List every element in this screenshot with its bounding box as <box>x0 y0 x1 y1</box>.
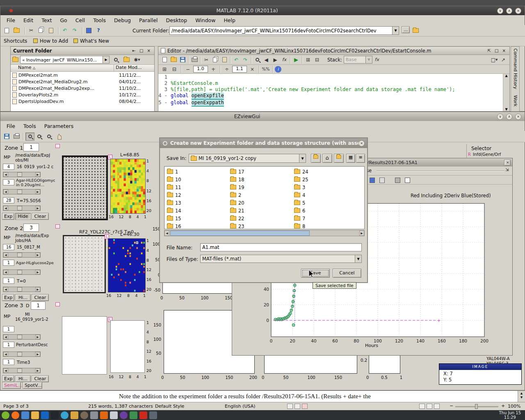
print-icon[interactable] <box>190 56 199 64</box>
up-folder-icon[interactable]: ▲ <box>411 26 420 34</box>
zone3-popout-icon[interactable] <box>55 302 60 306</box>
tab-workspace[interactable]: Work <box>513 95 518 107</box>
shortcut-how-to-add[interactable]: How to Add <box>40 38 68 44</box>
browser2-icon[interactable] <box>61 411 68 419</box>
cell-remove-icon[interactable]: ⊟ <box>313 56 322 64</box>
slider-track[interactable] <box>8 352 35 356</box>
scroll-down-icon[interactable]: ▼ <box>520 396 523 399</box>
file-row[interactable]: DpertsUploadDev.m08/04/2... <box>11 98 154 105</box>
zoom-out-icon[interactable]: − <box>45 132 54 141</box>
slider-track[interactable] <box>8 287 35 292</box>
folder-item[interactable]: 18 <box>230 176 292 183</box>
view-layout-icon-3[interactable] <box>434 404 440 409</box>
list-view-button[interactable]: ≡ <box>356 154 365 163</box>
zoom-out-control[interactable]: − <box>450 403 453 409</box>
open-folder-icon[interactable] <box>12 26 21 34</box>
zone3-field3-value[interactable]: 1 <box>3 359 14 365</box>
folder-item[interactable]: 15 <box>167 215 228 222</box>
help-red-icon[interactable] <box>139 411 147 419</box>
zone2-clear-button[interactable]: Clear <box>32 294 49 301</box>
plot-table-icon[interactable] <box>377 176 386 184</box>
slider-left-icon[interactable]: ◀ <box>3 253 8 257</box>
zone2-field3-value[interactable]: 1 <box>3 278 14 284</box>
view-layout-icon-1[interactable] <box>419 404 425 409</box>
file-row[interactable]: DMPexcel2mat_MediaDrug2exp...11/10/2... <box>11 85 154 91</box>
find-icon[interactable] <box>253 56 262 64</box>
slider-thumb[interactable] <box>17 335 22 339</box>
zoom-in-control[interactable]: + <box>501 403 505 409</box>
slider-track[interactable] <box>8 253 35 257</box>
dropdown-arrow-icon[interactable]: ▼ <box>392 27 399 34</box>
minimize-button[interactable]: ∨ <box>497 8 503 14</box>
pan-hand-icon[interactable] <box>55 132 64 141</box>
save-in-combo[interactable]: MI 16_0919_yor1-2 copy ▼ <box>189 154 306 163</box>
gear-icon[interactable]: ✱▼ <box>132 56 142 64</box>
current-folder-panel-header[interactable]: Current Folder ⇤ □ × <box>11 47 154 55</box>
file-name-input[interactable] <box>200 243 362 251</box>
new-file-icon[interactable] <box>2 26 11 34</box>
menu-edit[interactable]: Edit <box>20 16 37 24</box>
indent-plus-icon[interactable]: ⊞ <box>160 65 169 73</box>
dialog-titlebar[interactable]: Create new Experiment folder and data st… <box>160 138 367 148</box>
current-folder-input[interactable] <box>171 28 390 34</box>
slider-track[interactable] <box>8 270 35 274</box>
slider-right-icon[interactable]: ▶ <box>35 287 40 292</box>
status-icon-1[interactable] <box>287 404 293 409</box>
simulink-icon[interactable] <box>84 26 93 34</box>
gimp-icon[interactable] <box>80 411 88 419</box>
folder-item[interactable]: 2 <box>230 191 292 199</box>
run-icon[interactable]: ▶ <box>292 56 301 64</box>
search-icon[interactable] <box>111 56 120 64</box>
slider-left-icon[interactable]: ◀ <box>3 172 8 177</box>
menu-help[interactable]: Help <box>220 16 239 24</box>
slider-track[interactable] <box>8 335 35 339</box>
help-icon[interactable]: ? <box>94 26 103 34</box>
folder-item[interactable]: 6 <box>294 207 356 215</box>
slider-thumb[interactable] <box>17 172 22 177</box>
folder-item[interactable]: 14 <box>167 207 228 215</box>
zone2-slider-1[interactable]: ◀▶ <box>3 252 41 258</box>
code-area[interactable]: 12%EstartConsole.m3%[file,path] = uiputf… <box>158 74 503 111</box>
folder-item[interactable]: 13 <box>167 199 228 207</box>
slider-right-icon[interactable]: ▶ <box>35 368 40 373</box>
folder-item[interactable]: 19 <box>230 183 292 191</box>
zone1-exp-button[interactable]: Exp <box>2 213 14 220</box>
undo-icon[interactable]: ↶ <box>60 26 69 34</box>
menu-cell[interactable]: Cell <box>72 16 89 24</box>
file-manager-icon[interactable] <box>31 411 39 419</box>
save-icon[interactable] <box>2 132 11 141</box>
increase-icon[interactable]: + <box>209 65 218 73</box>
up-one-level-button[interactable] <box>311 154 321 163</box>
slider-thumb[interactable] <box>17 368 22 373</box>
back-icon[interactable]: ◀ <box>262 56 271 64</box>
value-field-1[interactable]: 1.0 <box>193 66 208 73</box>
zone2-slider-3[interactable]: ◀▶ <box>3 287 41 292</box>
doc2-icon[interactable] <box>110 411 118 419</box>
minimize-button[interactable]: ∨ <box>497 114 503 120</box>
layout-icon[interactable]: □▼ <box>490 56 499 64</box>
slider-right-icon[interactable]: ▶ <box>35 172 40 177</box>
info-icon[interactable]: i <box>275 66 281 73</box>
zone1-slider-2[interactable]: ◀▶ <box>3 189 41 194</box>
fx2-icon[interactable]: fx <box>372 56 381 64</box>
times-icon[interactable]: × <box>248 65 257 73</box>
menu-parallel[interactable]: Parallel <box>135 16 162 24</box>
zone1-clear-button[interactable]: Clear <box>32 213 49 220</box>
zone3-clear-button[interactable]: Clear <box>32 375 49 382</box>
zone2-exp-button[interactable]: Exp <box>2 294 14 301</box>
folder-item[interactable]: 21 <box>230 207 292 215</box>
zone2-popout-icon[interactable] <box>55 224 60 228</box>
save-button[interactable]: Save <box>301 269 330 278</box>
zone1-field2-value[interactable]: 3 <box>3 179 14 185</box>
slider-thumb[interactable] <box>17 352 22 356</box>
zoom-percent[interactable]: 100% <box>508 404 520 409</box>
panel-dock-icons[interactable]: ⇤ □ × <box>132 48 152 53</box>
spotv-button[interactable]: SpotV... <box>23 382 42 389</box>
folder-item[interactable]: 20 <box>230 199 292 207</box>
results-resize-icon[interactable]: ⇲ <box>505 167 509 172</box>
slider-track[interactable] <box>8 189 35 194</box>
results-close-button[interactable]: × <box>504 160 511 166</box>
slider-right-icon[interactable]: ▶ <box>35 270 40 274</box>
close-button[interactable]: × <box>515 114 521 120</box>
editor-header[interactable]: Editor - /media/data/EASY/InovImager_jwr… <box>158 47 509 55</box>
